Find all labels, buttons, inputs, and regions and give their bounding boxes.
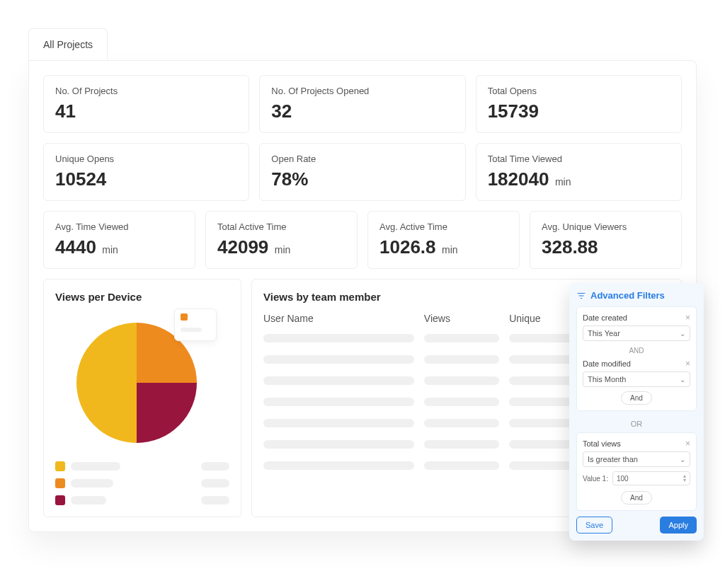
legend-item	[55, 461, 229, 471]
date-modified-select[interactable]: This Month ⌄	[583, 371, 690, 387]
legend-item	[55, 478, 229, 488]
filter-icon	[576, 291, 586, 301]
metric-value: 41	[55, 100, 76, 122]
metric-card: Avg. Unique Viewers 328.88	[530, 211, 682, 269]
close-icon[interactable]: ×	[685, 439, 690, 449]
metric-card: Unique Opens 10524	[43, 143, 249, 201]
metric-label: Avg. Time Viewed	[55, 221, 183, 232]
select-value: Is greater than	[588, 455, 638, 463]
select-value: This Month	[588, 375, 626, 384]
apply-button[interactable]: Apply	[660, 517, 697, 534]
close-icon[interactable]: ×	[685, 313, 690, 323]
chevron-down-icon: ⌄	[680, 456, 685, 463]
metric-label: Open Rate	[271, 154, 453, 164]
metric-label: Total Active Time	[217, 221, 346, 232]
metric-value: 182040	[488, 168, 549, 190]
metric-unit: min	[442, 244, 458, 255]
filter-label: Date modified	[583, 359, 631, 368]
close-icon[interactable]: ×	[685, 359, 690, 369]
metric-card: Open Rate 78%	[259, 143, 465, 201]
metric-card: No. Of Projects Opened 32	[259, 75, 465, 133]
filter-block-dates: Date created × This Year ⌄ AND Date modi…	[576, 306, 697, 411]
column-header: User Name	[263, 313, 414, 324]
chevron-down-icon: ⌄	[680, 376, 685, 384]
section-title: Views per Device	[55, 291, 229, 303]
value-label: Value 1:	[583, 475, 608, 483]
select-value: This Year	[588, 329, 620, 338]
pie-chart	[75, 313, 210, 447]
date-created-select[interactable]: This Year ⌄	[583, 325, 690, 341]
advanced-filters-panel: Advanced Filters Date created × This Yea…	[569, 283, 704, 541]
logic-and: AND	[583, 345, 690, 359]
metric-value: 42099	[217, 236, 268, 258]
legend-swatch	[55, 461, 65, 471]
metric-value: 78%	[271, 168, 308, 190]
metric-card: Total Active Time 42099 min	[205, 211, 358, 269]
save-button[interactable]: Save	[576, 517, 612, 534]
metric-card: Total Time Viewed 182040 min	[476, 143, 682, 201]
metric-card: Avg. Time Viewed 4440 min	[43, 211, 195, 269]
filter-label: Date created	[583, 313, 627, 322]
legend-swatch	[55, 495, 65, 505]
tab-all-projects[interactable]: All Projects	[28, 28, 108, 60]
operator-select[interactable]: Is greater than ⌄	[583, 451, 690, 467]
metric-label: Avg. Active Time	[379, 221, 508, 232]
pie-tooltip	[174, 309, 217, 341]
metric-unit: min	[102, 244, 118, 255]
value-input[interactable]: 100 ▴▾	[612, 471, 690, 485]
stepper-icon[interactable]: ▴▾	[683, 474, 686, 483]
pie-legend	[55, 461, 229, 505]
metric-value: 328.88	[542, 236, 598, 258]
chevron-down-icon: ⌄	[680, 330, 685, 338]
column-header: Views	[424, 313, 499, 324]
metric-card: No. Of Projects 41	[43, 75, 249, 133]
metric-value: 10524	[55, 168, 106, 190]
views-per-device-card: Views per Device	[43, 279, 241, 517]
metric-value: 1026.8	[379, 236, 436, 258]
filters-title: Advanced Filters	[590, 290, 665, 301]
metric-label: Avg. Unique Viewers	[542, 221, 670, 232]
metric-label: No. Of Projects Opened	[271, 86, 453, 96]
metric-value: 32	[271, 100, 292, 122]
input-value: 100	[617, 475, 629, 483]
filters-header: Advanced Filters	[576, 290, 697, 301]
metric-unit: min	[275, 244, 291, 255]
filter-label: Total views	[583, 439, 621, 448]
metric-label: Total Opens	[488, 86, 670, 96]
add-and-button[interactable]: And	[621, 491, 652, 505]
metric-value: 4440	[55, 236, 96, 258]
logic-or: OR	[576, 415, 697, 432]
filter-block-totalviews: Total views × Is greater than ⌄ Value 1:…	[576, 432, 697, 511]
metric-value: 15739	[488, 100, 539, 122]
metric-card: Avg. Active Time 1026.8 min	[367, 211, 520, 269]
metric-unit: min	[555, 176, 571, 188]
metric-label: Unique Opens	[55, 154, 237, 164]
metric-card: Total Opens 15739	[476, 75, 682, 133]
metric-label: No. Of Projects	[55, 86, 237, 96]
legend-item	[55, 495, 229, 505]
legend-swatch	[55, 478, 65, 488]
metric-label: Total Time Viewed	[488, 154, 670, 164]
add-and-button[interactable]: And	[621, 391, 652, 405]
